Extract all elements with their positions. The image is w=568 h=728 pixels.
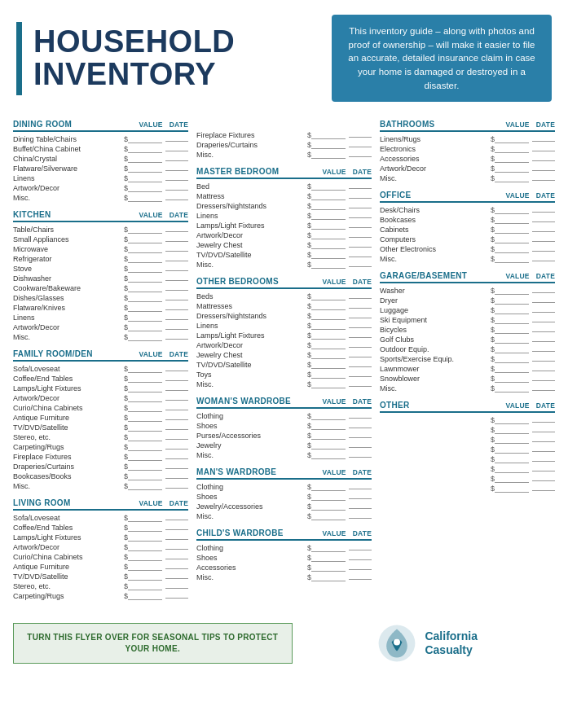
list-item: Misc.$ [196, 572, 372, 581]
list-item: TV/DVD/Satellite$ [13, 423, 188, 432]
list-item: Sports/Exercise Equip.$ [380, 354, 555, 363]
list-item: Shoes$ [196, 421, 372, 430]
section-title-childs-wardrobe: CHILD'S WARDROBE [196, 528, 284, 537]
section-childs-wardrobe: CHILD'S WARDROBE VALUE DATE Clothing$ Sh… [196, 528, 372, 581]
section-bathrooms: BATHROOMS VALUE DATE Linens/Rugs$ Electr… [380, 120, 555, 182]
list-item: Cabinets$ [380, 225, 555, 234]
list-item: Dining Table/Chairs$ [13, 134, 188, 143]
section-other: OTHER VALUE DATE $ $ $ $ $ $ $ $ [380, 401, 555, 493]
section-title-mans-wardrobe: MAN'S WARDROBE [196, 467, 276, 476]
list-item: Small Appliances$ [13, 235, 188, 243]
list-item: Flatware/Knives$ [13, 303, 188, 312]
section-family-room: FAMILY ROOM/DEN VALUE DATE Sofa/Loveseat… [13, 349, 188, 490]
list-item: Lawnmower$ [380, 364, 555, 373]
list-item: Desk/Chairs$ [380, 205, 555, 214]
section-title-family-room: FAMILY ROOM/DEN [13, 349, 93, 358]
section-header-family-room: FAMILY ROOM/DEN VALUE DATE [13, 349, 188, 362]
list-item: Lamps/Light Fixtures$ [196, 331, 372, 340]
list-item: Linens$ [196, 211, 372, 220]
list-item: $ [380, 484, 555, 493]
list-item: Shoes$ [196, 553, 372, 562]
list-item: Draperies/Curtains$ [196, 140, 372, 149]
list-item: Computers$ [380, 235, 555, 243]
list-item: Refrigerator$ [13, 254, 188, 263]
list-item: TV/DVD/Satellite$ [196, 250, 372, 259]
list-item: Dryer$ [380, 296, 555, 305]
column-2: Fireplace Fixtures$ Draperies/Curtains$ … [196, 120, 372, 608]
list-item: Snowblower$ [380, 374, 555, 383]
section-title-other: OTHER [380, 401, 410, 410]
list-item: $ [380, 464, 555, 473]
list-item: Linens$ [196, 321, 372, 330]
list-item: Toys$ [196, 370, 372, 379]
list-item: Clothing$ [196, 543, 372, 552]
section-header-childs-wardrobe: CHILD'S WARDROBE VALUE DATE [196, 528, 372, 541]
list-item: Dishwasher$ [13, 274, 188, 283]
section-kitchen: KITCHEN VALUE DATE Table/Chairs$ Small A… [13, 210, 188, 341]
list-item: Mattresses$ [196, 301, 372, 310]
list-item: Fireplace Fixtures$ [13, 452, 188, 461]
list-item: Misc.$ [380, 384, 555, 393]
list-item: Flatware/Silverware$ [13, 164, 188, 173]
list-item: Misc.$ [13, 193, 188, 202]
list-item: $ [380, 454, 555, 463]
list-item: Table/Chairs$ [13, 225, 188, 234]
list-item: Purses/Accessories$ [196, 431, 372, 440]
list-item: Beds$ [196, 292, 372, 300]
list-item: Electronics$ [380, 144, 555, 153]
list-item: Misc.$ [196, 511, 372, 520]
section-mans-wardrobe: MAN'S WARDROBE VALUE DATE Clothing$ Shoe… [196, 467, 372, 520]
list-item: Other Electronics$ [380, 244, 555, 253]
list-item: Misc.$ [13, 332, 188, 341]
list-item: Linens/Rugs$ [380, 134, 555, 143]
section-header-bathrooms: BATHROOMS VALUE DATE [380, 120, 555, 132]
list-item: Jewelry/Accessories$ [196, 502, 372, 511]
list-item: Stereo, etc.$ [13, 581, 188, 590]
list-item: Artwork/Decor$ [13, 322, 188, 331]
list-item: Accessories$ [196, 563, 372, 572]
footer-tip: TURN THIS FLYER OVER FOR SEASONAL TIPS T… [13, 623, 293, 664]
main-content: DINING ROOM VALUE DATE Dining Table/Chai… [0, 112, 568, 616]
header-description: This inventory guide – along with photos… [332, 15, 552, 102]
list-item: Linens$ [13, 313, 188, 322]
list-item: Stove$ [13, 264, 188, 273]
section-header-kitchen: KITCHEN VALUE DATE [13, 210, 188, 222]
list-item: Artwork/Decor$ [196, 230, 372, 239]
section-title-garage-basement: GARAGE/BASEMENT [380, 271, 467, 280]
section-womans-wardrobe: WOMAN'S WARDROBE VALUE DATE Clothing$ Sh… [196, 397, 372, 459]
list-item: Misc.$ [196, 150, 372, 159]
list-item: Misc.$ [380, 254, 555, 263]
list-item: Bookcases$ [380, 215, 555, 224]
list-item: Draperies/Curtains$ [13, 462, 188, 471]
section-header-office: OFFICE VALUE DATE [380, 191, 555, 203]
list-item: Buffet/China Cabinet$ [13, 144, 188, 153]
section-title-other-bedrooms: OTHER BEDROOMS [196, 277, 279, 286]
section-garage-basement: GARAGE/BASEMENT VALUE DATE Washer$ Dryer… [380, 271, 555, 393]
section-office: OFFICE VALUE DATE Desk/Chairs$ Bookcases… [380, 191, 555, 263]
list-item: Misc.$ [196, 450, 372, 459]
footer-logo: California Casualty [301, 623, 556, 664]
list-item: Jewelry Chest$ [196, 240, 372, 249]
list-item: Outdoor Equip.$ [380, 344, 555, 353]
list-item: TV/DVD/Satellite$ [13, 572, 188, 581]
section-title-master-bedroom: MASTER BEDROOM [196, 167, 279, 176]
section-title-office: OFFICE [380, 191, 411, 200]
list-item: $ [380, 435, 555, 444]
list-item: Dressers/Nightstands$ [196, 201, 372, 210]
list-item: Stereo, etc.$ [13, 432, 188, 441]
list-item: Cookware/Bakeware$ [13, 283, 188, 292]
list-item: Jewelry Chest$ [196, 350, 372, 359]
list-item: Washer$ [380, 286, 555, 295]
list-item: $ [380, 445, 555, 454]
column-1: DINING ROOM VALUE DATE Dining Table/Chai… [13, 120, 188, 608]
list-item: Lamps/Light Fixtures$ [13, 533, 188, 542]
list-item: Artwork/Decor$ [13, 183, 188, 192]
list-item: Curio/China Cabinets$ [13, 403, 188, 412]
list-item: Mattress$ [196, 191, 372, 200]
header-title: HOUSEHOLD INVENTORY [33, 26, 235, 91]
list-item: Carpeting/Rugs$ [13, 591, 188, 600]
section-other-bedrooms: OTHER BEDROOMS VALUE DATE Beds$ Mattress… [196, 277, 372, 388]
list-item: Clothing$ [196, 482, 372, 491]
list-item: TV/DVD/Satellite$ [196, 360, 372, 369]
list-item: Linens$ [13, 173, 188, 182]
